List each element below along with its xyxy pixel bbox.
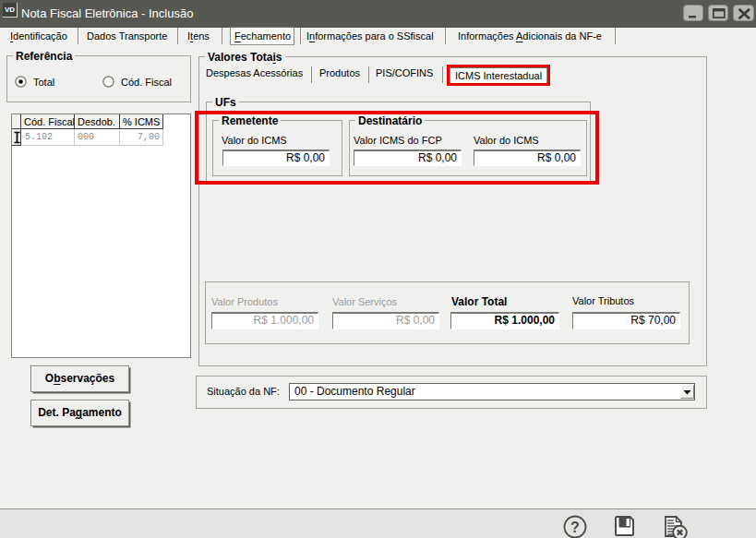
svg-text:?: ? — [570, 520, 580, 535]
